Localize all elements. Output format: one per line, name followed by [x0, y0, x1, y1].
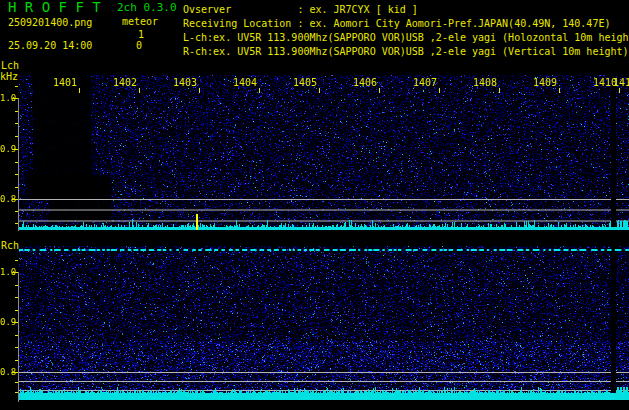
info-line-location: Receiving Location : ex. Aomori City Aom…: [183, 18, 610, 29]
freq-minor-tick: [15, 211, 18, 212]
freq-minor-tick: [15, 360, 18, 361]
minute-tick: [559, 88, 560, 93]
freq-tick-label: 0.9: [0, 318, 13, 327]
minute-tick: [379, 88, 380, 93]
rch-channel-label: Rch: [1, 240, 19, 251]
minute-label: 1402: [111, 77, 137, 88]
version-label: 2ch 0.3.0: [117, 2, 177, 13]
khz-unit-label: kHz: [0, 71, 18, 82]
minute-tick: [439, 88, 440, 93]
minute-tick: [319, 88, 320, 93]
freq-minor-tick: [15, 162, 18, 163]
freq-minor-tick: [15, 187, 18, 188]
rch-spectrogram-canvas: [19, 246, 629, 402]
freq-tick-label: 1.0: [0, 268, 13, 277]
freq-minor-tick: [15, 335, 18, 336]
minute-label: 1401: [51, 77, 77, 88]
freq-tick-label: 0.8: [0, 368, 13, 377]
meteor-echo-spike: [196, 214, 198, 230]
freq-tick-label: 0.9: [0, 145, 13, 154]
freq-minor-tick: [15, 347, 18, 348]
freq-minor-tick: [15, 260, 18, 261]
minute-label-clipped: 141: [613, 77, 629, 88]
freq-minor-tick: [15, 123, 18, 124]
minute-tick: [619, 88, 620, 93]
hrofft-screen: H R O F F T 2ch 0.3.0 2509201400.png met…: [0, 0, 629, 410]
minute-label: 1403: [171, 77, 197, 88]
meteor-count-lch: 1: [123, 29, 144, 40]
minute-label: 1409: [531, 77, 557, 88]
info-line-lch-rig: L-ch:ex. UV5R 113.900Mhz(SAPPORO VOR)USB…: [183, 32, 629, 43]
lch-channel-label: Lch: [1, 60, 19, 71]
output-filename: 2509201400.png: [8, 17, 92, 28]
lch-spectrogram-canvas: [19, 75, 629, 231]
minute-tick: [139, 88, 140, 93]
freq-minor-tick: [15, 310, 18, 311]
rch-spectrogram-panel: [19, 246, 629, 402]
freq-minor-tick: [15, 223, 18, 224]
freq-minor-tick: [15, 392, 18, 393]
freq-tick-label: 0.8: [0, 195, 13, 204]
freq-minor-tick: [15, 382, 18, 383]
freq-tick-label: 1.0: [0, 94, 13, 103]
minute-label: 1408: [471, 77, 497, 88]
info-line-observer: Ovserver : ex. JR7CYX [ kid ]: [183, 4, 418, 15]
freq-minor-tick: [15, 111, 18, 112]
minute-tick: [259, 88, 260, 93]
freq-minor-tick: [15, 136, 18, 137]
app-title: H R O F F T: [8, 2, 101, 13]
minute-tick: [199, 88, 200, 93]
info-line-rch-rig: R-ch:ex. UV5R 113.900Mhz(SAPPORO VOR)USB…: [183, 46, 629, 57]
minute-tick: [79, 88, 80, 93]
minute-label: 1405: [291, 77, 317, 88]
datetime-label: 25.09.20 14:00: [8, 40, 92, 51]
freq-minor-tick: [15, 285, 18, 286]
freq-minor-tick: [15, 174, 18, 175]
minute-tick: [499, 88, 500, 93]
meteor-count-rch: 0: [121, 40, 142, 51]
mode-label: meteor: [122, 16, 158, 27]
minute-label: 1407: [411, 77, 437, 88]
minute-label: 1406: [351, 77, 377, 88]
freq-minor-tick: [15, 297, 18, 298]
lch-spectrogram-panel: 1401140214031404140514061407140814091410…: [19, 75, 629, 231]
freq-minor-tick: [15, 86, 18, 87]
minute-label: 1404: [231, 77, 257, 88]
